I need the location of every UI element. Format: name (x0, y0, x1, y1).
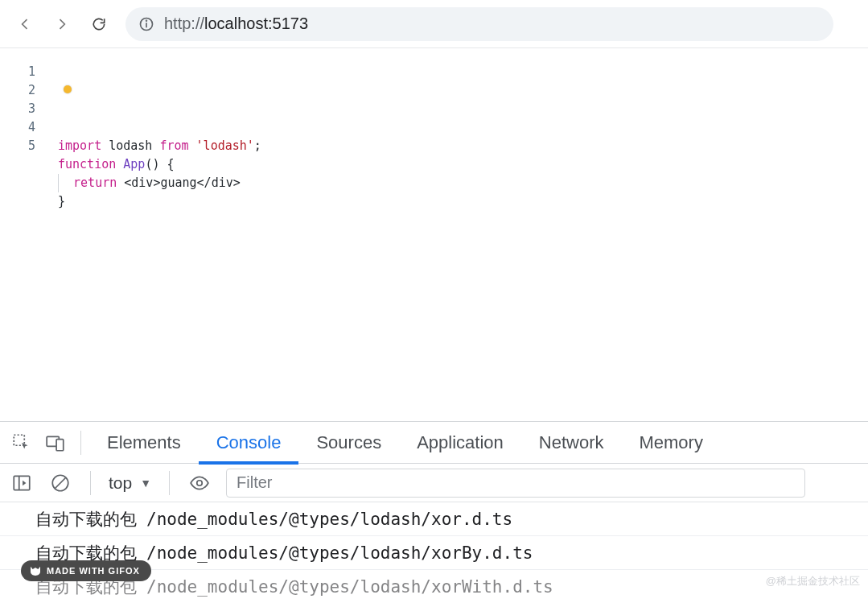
log-path: /node_modules/@types/lodash/xorBy.d.ts (146, 543, 533, 563)
device-toolbar-icon[interactable] (39, 426, 72, 460)
context-selector[interactable]: top ▼ (104, 473, 156, 493)
separator (169, 471, 170, 495)
forward-button[interactable] (47, 9, 77, 39)
code-line[interactable]: function App() { (58, 155, 868, 174)
tab-console[interactable]: Console (199, 422, 299, 464)
clear-console-icon[interactable] (43, 466, 77, 500)
code-line[interactable]: import lodash from 'lodash'; (58, 137, 868, 155)
log-label: 自动下载的包 (35, 508, 137, 531)
code-line[interactable]: return <div>guang</div> (58, 174, 868, 192)
log-path: /node_modules/@types/lodash/xor.d.ts (146, 510, 512, 529)
svg-point-2 (146, 20, 147, 21)
log-path: /node_modules/@types/lodash/xorWith.d.ts (146, 577, 553, 597)
context-label: top (109, 473, 132, 493)
address-bar[interactable]: http://localhost:5173 (125, 7, 833, 41)
svg-rect-6 (14, 476, 30, 489)
filter-input[interactable]: Filter (226, 469, 805, 498)
cursor-indicator-icon (64, 85, 72, 93)
line-gutter: 12345 (0, 63, 58, 421)
watermark-text: @稀土掘金技术社区 (766, 574, 860, 589)
line-number: 4 (0, 118, 35, 137)
line-number: 3 (0, 100, 35, 118)
site-info-icon[interactable] (138, 16, 154, 32)
console-controls: top ▼ Filter (0, 464, 868, 502)
separator (90, 471, 91, 495)
code-editor[interactable]: 12345 import lodash from 'lodash';functi… (0, 48, 868, 421)
console-log-area[interactable]: 自动下载的包/node_modules/@types/lodash/xor.d.… (0, 502, 868, 603)
toggle-sidebar-icon[interactable] (5, 466, 39, 500)
tab-network[interactable]: Network (521, 422, 622, 464)
tab-application[interactable]: Application (399, 422, 521, 464)
console-log-row[interactable]: 自动下载的包/node_modules/@types/lodash/xor.d.… (0, 502, 868, 536)
filter-placeholder: Filter (237, 473, 272, 492)
line-number: 2 (0, 81, 35, 100)
gifox-badge: MADE WITH GIFOX (21, 560, 151, 581)
line-number: 1 (0, 63, 35, 81)
separator (80, 431, 81, 455)
svg-point-10 (197, 480, 203, 485)
tab-memory[interactable]: Memory (621, 422, 720, 464)
url-text: http://localhost:5173 (164, 14, 308, 33)
devtools-tabbar: ElementsConsoleSourcesApplicationNetwork… (0, 422, 868, 464)
inspect-element-icon[interactable] (5, 426, 39, 460)
svg-line-9 (56, 477, 66, 488)
tab-sources[interactable]: Sources (298, 422, 399, 464)
chevron-down-icon: ▼ (140, 477, 151, 489)
tab-elements[interactable]: Elements (89, 422, 199, 464)
current-line-highlight (60, 63, 868, 81)
browser-toolbar: http://localhost:5173 (0, 0, 868, 48)
back-button[interactable] (10, 9, 40, 39)
line-number: 5 (0, 137, 35, 155)
code-line[interactable]: } (58, 192, 868, 211)
live-expression-icon[interactable] (183, 466, 216, 500)
svg-rect-5 (56, 439, 64, 450)
code-content[interactable]: import lodash from 'lodash';function App… (58, 63, 868, 421)
code-line[interactable] (58, 211, 868, 229)
reload-button[interactable] (84, 9, 114, 39)
